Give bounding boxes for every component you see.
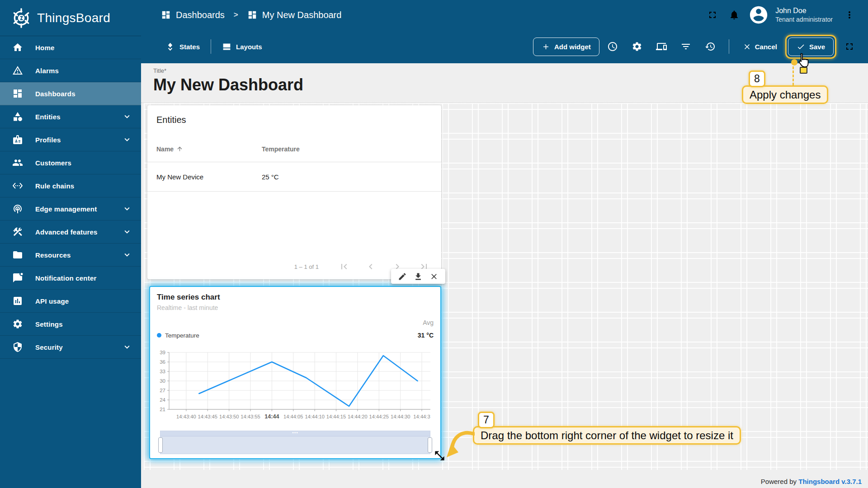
- sidebar-item-profiles[interactable]: Profiles: [0, 128, 141, 151]
- tutorial-step-badge-7: 7: [478, 412, 495, 428]
- chevron-down-icon: [122, 135, 132, 145]
- sidebar-item-alarms[interactable]: Alarms: [0, 59, 141, 82]
- notification-center-icon: [12, 272, 23, 283]
- sidebar-item-security[interactable]: Security: [0, 336, 141, 359]
- tutorial-step-badge-8: 8: [749, 70, 765, 87]
- app-name: ThingsBoard: [37, 11, 110, 25]
- sidebar-item-home[interactable]: Home: [0, 36, 141, 59]
- layouts-label: Layouts: [236, 43, 262, 51]
- tutorial-arrow-7: [446, 427, 475, 460]
- cancel-button[interactable]: Cancel: [738, 39, 782, 55]
- api-usage-icon: [12, 296, 23, 306]
- notifications-button[interactable]: [725, 5, 744, 24]
- chevron-down-icon: [122, 112, 132, 122]
- chevron-down-icon: [122, 204, 132, 214]
- app-logo[interactable]: ThingsBoard: [0, 0, 141, 36]
- column-temperature[interactable]: Temperature: [262, 145, 441, 153]
- sidebar-item-customers[interactable]: Customers: [0, 151, 141, 174]
- table-row[interactable]: My New Device25 °C: [147, 162, 441, 192]
- more-menu-button[interactable]: [840, 5, 859, 24]
- previous-page-button[interactable]: [365, 261, 376, 272]
- cell-temperature: 25 °C: [262, 173, 441, 181]
- states-button[interactable]: States: [160, 38, 205, 55]
- time-window-button[interactable]: [603, 37, 622, 56]
- svg-text:14:43:40: 14:43:40: [176, 414, 196, 419]
- table-body: My New Device25 °C: [147, 162, 441, 192]
- svg-text:14:44:20: 14:44:20: [348, 414, 368, 419]
- entities-icon: [12, 111, 23, 122]
- widget-remove-button[interactable]: [429, 272, 439, 281]
- svg-text:14:44: 14:44: [264, 413, 279, 420]
- avatar[interactable]: [748, 5, 769, 25]
- sidebar-item-rule-chains[interactable]: Rule chains: [0, 174, 141, 197]
- svg-text:14:43:45: 14:43:45: [198, 414, 218, 419]
- breadcrumb-item-my-new-dashboard[interactable]: My New Dashboard: [247, 10, 342, 20]
- svg-text:36: 36: [160, 359, 165, 365]
- dashboards-icon: [161, 10, 171, 20]
- resources-icon: [12, 249, 23, 260]
- timeseries-widget[interactable]: Time series chart Realtime - last minute…: [149, 286, 441, 459]
- cancel-label: Cancel: [755, 43, 777, 51]
- sidebar-item-settings[interactable]: Settings: [0, 313, 141, 336]
- download-icon: [414, 272, 423, 281]
- sidebar: ThingsBoard HomeAlarmsDashboardsEntities…: [0, 0, 141, 488]
- filter-icon: [680, 41, 691, 52]
- widget-export-button[interactable]: [414, 272, 423, 281]
- column-name[interactable]: Name: [156, 145, 174, 153]
- pagination-range-label: 1 – 1 of 1: [294, 263, 319, 270]
- tutorial-dashed-connector: [793, 66, 794, 85]
- user-block[interactable]: John Doe Tenant administrator: [775, 6, 833, 24]
- toolbar-left: States Layouts: [160, 38, 268, 55]
- table-header-row: Name Temperature: [147, 136, 441, 162]
- svg-text:24: 24: [160, 397, 165, 403]
- cell-name: My New Device: [147, 173, 262, 181]
- hand-cursor-icon: [796, 52, 811, 72]
- entities-widget[interactable]: Entities Name Temperature My New Device2…: [147, 105, 441, 279]
- svg-text:14:44:3: 14:44:3: [413, 414, 430, 419]
- svg-text:21: 21: [160, 407, 165, 412]
- sidebar-item-edge-management[interactable]: Edge management: [0, 197, 141, 221]
- sidebar-item-api-usage[interactable]: API usage: [0, 290, 141, 313]
- thingsboard-version-link[interactable]: Thingsboard v.3.7.1: [798, 478, 862, 485]
- topbar-actions: John Doe Tenant administrator: [703, 5, 868, 25]
- sort-ascending-icon: [176, 145, 183, 152]
- layouts-icon: [222, 42, 231, 52]
- legend-label[interactable]: Temperature: [165, 332, 199, 339]
- widget-resize-handle-icon[interactable]: [434, 450, 446, 462]
- thingsboard-logo-icon: [9, 6, 33, 30]
- entity-aliases-button[interactable]: [652, 37, 671, 56]
- version-control-button[interactable]: [701, 37, 720, 56]
- svg-text:14:43:50: 14:43:50: [219, 414, 239, 419]
- timewindow-label[interactable]: Realtime - last minute: [150, 302, 440, 311]
- layouts-button[interactable]: Layouts: [217, 38, 268, 55]
- svg-text:14:44:10: 14:44:10: [305, 414, 325, 419]
- first-page-button[interactable]: [339, 261, 349, 272]
- close-icon: [743, 42, 751, 51]
- svg-text:14:44:30: 14:44:30: [391, 414, 410, 419]
- breadcrumb-item-dashboards[interactable]: Dashboards: [161, 10, 225, 20]
- close-icon: [429, 272, 439, 281]
- tutorial-tooltip-8: Apply changes: [742, 85, 828, 104]
- widget-edit-button[interactable]: [398, 272, 407, 281]
- sidebar-item-entities[interactable]: Entities: [0, 105, 141, 128]
- range-handle-left[interactable]: [158, 437, 163, 453]
- svg-text:33: 33: [160, 369, 165, 374]
- sidebar-item-notification-center[interactable]: Notification center: [0, 267, 141, 290]
- drag-grip-icon: •••: [292, 430, 298, 435]
- fullscreen-button[interactable]: [703, 5, 722, 24]
- plus-icon: [542, 42, 550, 51]
- sidebar-item-advanced-features[interactable]: Advanced features: [0, 221, 141, 244]
- filters-button[interactable]: [676, 37, 695, 56]
- timeseries-widget-title: Time series chart: [150, 287, 440, 302]
- range-handle-right[interactable]: [428, 437, 432, 453]
- add-widget-button[interactable]: Add widget: [533, 38, 599, 56]
- edge-management-icon: [12, 203, 23, 214]
- states-label: States: [179, 43, 200, 51]
- sidebar-item-resources[interactable]: Resources: [0, 244, 141, 267]
- dashboard-settings-button[interactable]: [627, 37, 646, 56]
- profiles-icon: [12, 134, 23, 145]
- expand-fullscreen-button[interactable]: [840, 37, 859, 56]
- sidebar-item-dashboards[interactable]: Dashboards: [0, 82, 141, 105]
- breadcrumb-separator: >: [234, 10, 238, 19]
- chart-range-selector[interactable]: •••: [160, 431, 430, 454]
